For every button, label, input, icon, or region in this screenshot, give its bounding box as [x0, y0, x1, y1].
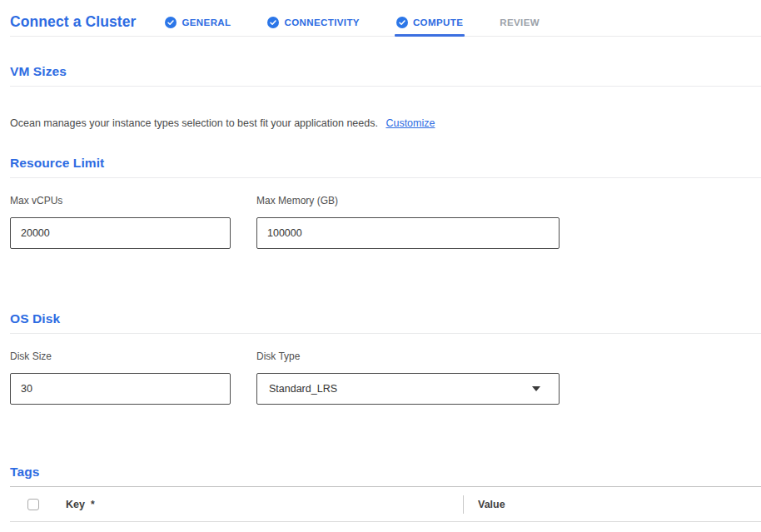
- resource-limit-inputs: [10, 217, 761, 249]
- key-column-label: Key: [66, 499, 85, 510]
- chevron-down-icon: [532, 386, 540, 391]
- tab-review[interactable]: REVIEW: [498, 8, 541, 36]
- wizard-header: Connect a Cluster GENERAL: [10, 0, 761, 37]
- tags-table-header: Key * Value: [10, 487, 761, 522]
- page-title: Connect a Cluster: [10, 13, 136, 31]
- vm-sizes-heading: VM Sizes: [10, 64, 761, 79]
- os-disk-heading: OS Disk: [10, 311, 761, 326]
- tags-heading: Tags: [10, 465, 761, 480]
- disk-size-input[interactable]: [10, 373, 231, 405]
- check-circle-icon: [267, 17, 279, 28]
- tab-label: CONNECTIVITY: [284, 17, 359, 27]
- select-all-cell: [10, 499, 66, 510]
- customize-link[interactable]: Customize: [385, 117, 435, 129]
- disk-type-selected-value: Standard_LRS: [269, 383, 337, 395]
- tab-general[interactable]: GENERAL: [163, 8, 232, 36]
- tab-label: COMPUTE: [413, 17, 463, 27]
- key-column-header: Key *: [66, 499, 463, 510]
- tab-label: GENERAL: [182, 17, 231, 27]
- connect-cluster-wizard: Connect a Cluster GENERAL: [0, 0, 761, 532]
- vm-sizes-description: Ocean manages your instance types select…: [10, 117, 378, 129]
- disk-type-label: Disk Type: [256, 351, 560, 362]
- tab-compute[interactable]: COMPUTE: [395, 8, 465, 36]
- disk-type-select[interactable]: Standard_LRS: [256, 373, 560, 405]
- tab-label: REVIEW: [500, 17, 540, 27]
- max-memory-label: Max Memory (GB): [256, 195, 560, 206]
- os-disk-labels: Disk Size Disk Type: [10, 351, 761, 362]
- required-marker: *: [91, 499, 95, 510]
- value-column-label: Value: [464, 499, 505, 510]
- wizard-tabs: GENERAL CONNECTIVITY COM: [163, 8, 574, 36]
- section-divider: [10, 86, 761, 87]
- resource-limit-heading: Resource Limit: [10, 156, 761, 171]
- vm-sizes-description-row: Ocean manages your instance types select…: [10, 117, 761, 129]
- section-divider: [10, 333, 761, 334]
- tab-connectivity[interactable]: CONNECTIVITY: [266, 8, 361, 36]
- section-divider: [10, 177, 761, 178]
- select-all-checkbox[interactable]: [27, 499, 39, 510]
- max-vcpus-label: Max vCPUs: [10, 195, 231, 206]
- check-circle-icon: [396, 17, 408, 28]
- os-disk-inputs: Standard_LRS: [10, 373, 761, 405]
- max-vcpus-input[interactable]: [10, 217, 231, 249]
- max-memory-input[interactable]: [256, 217, 560, 249]
- disk-size-label: Disk Size: [10, 351, 231, 362]
- resource-limit-labels: Max vCPUs Max Memory (GB): [10, 195, 761, 206]
- check-circle-icon: [165, 17, 177, 28]
